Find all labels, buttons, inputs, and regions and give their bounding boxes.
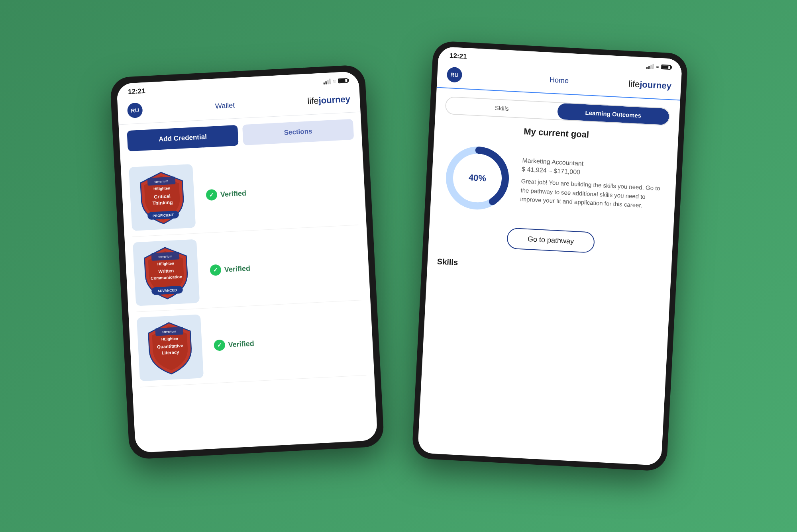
back-status-time: 12:21 [128,87,145,96]
wifi-icon: ≈ [333,78,336,84]
goal-title: My current goal [444,122,669,144]
battery-icon [338,78,348,83]
verified-check-icon: ✓ [210,264,221,276]
svg-text:Literacy: Literacy [162,350,180,355]
svg-text:Written: Written [158,268,174,274]
logo-life-text: life [628,79,640,90]
verified-status: ✓ Verified [206,188,246,201]
badge-written-communication: terrarium HEIghten Written Communication… [133,239,200,306]
pathway-button-container: Go to pathway [438,224,664,256]
goal-section: My current goal 40% Mar [430,117,679,228]
wallet-label: Wallet [215,101,235,111]
svg-text:terrarium: terrarium [159,254,173,259]
goal-content: 40% Marketing Accountant $ 41,924 – $171… [440,141,668,224]
list-item: terrarium HEIghten Quantitative Literacy… [136,300,366,387]
list-item: terrarium HEIghten Written Communication… [132,225,362,312]
verified-status: ✓ Verified [214,338,254,351]
verified-text: Verified [228,339,254,349]
front-status-time: 12:21 [449,52,467,61]
progress-percent: 40% [468,172,486,184]
avatar: RU [447,67,463,83]
logo-journey-text: journey [640,79,672,91]
svg-text:terrarium: terrarium [162,330,176,334]
verified-text: Verified [220,189,246,198]
wifi-icon: ≈ [656,64,659,70]
svg-text:Thinking: Thinking [152,200,173,206]
home-label: Home [550,76,569,85]
list-item: terrarium HEIghten Critical Thinking PRO… [128,150,358,237]
back-phone: 12:21 ≈ RU Wallet [110,65,384,460]
svg-text:HEIghten: HEIghten [153,186,171,191]
go-to-pathway-button[interactable]: Go to pathway [506,227,595,253]
svg-text:HEIghten: HEIghten [161,336,178,341]
signal-icon [646,63,654,69]
logo-journey-text: journey [318,94,351,106]
badge-critical-thinking: terrarium HEIghten Critical Thinking PRO… [129,164,196,231]
tab-learning-outcomes[interactable]: Learning Outcomes [557,103,669,125]
svg-text:Critical: Critical [154,194,171,200]
back-status-icons: ≈ [323,78,348,85]
progress-donut: 40% [440,141,515,216]
badge-quantitative-literacy: terrarium HEIghten Quantitative Literacy [137,314,204,381]
front-phone: 12:21 ≈ RU Home [412,41,688,471]
credentials-list: terrarium HEIghten Critical Thinking PRO… [120,145,375,391]
add-credential-button[interactable]: Add Credential [127,125,238,151]
sections-button[interactable]: Sections [242,119,354,145]
verified-check-icon: ✓ [214,339,225,351]
battery-icon [661,65,671,70]
svg-text:terrarium: terrarium [155,179,169,184]
skills-section: Skills [427,252,671,282]
logo: lifejourney [628,79,672,92]
verified-status: ✓ Verified [210,263,250,276]
svg-text:HEIghten: HEIghten [157,261,175,266]
tab-skills[interactable]: Skills [446,97,558,119]
logo-life-text: life [307,96,319,106]
verified-text: Verified [224,264,250,274]
signal-icon [323,78,331,84]
goal-description: Great job! You are building the skills y… [520,177,666,211]
logo: lifejourney [307,94,351,107]
verified-check-icon: ✓ [206,189,217,201]
front-status-icons: ≈ [646,63,671,70]
goal-info: Marketing Accountant $ 41,924 – $171,000… [520,157,667,211]
skills-title: Skills [437,257,662,278]
avatar: RU [127,102,143,118]
